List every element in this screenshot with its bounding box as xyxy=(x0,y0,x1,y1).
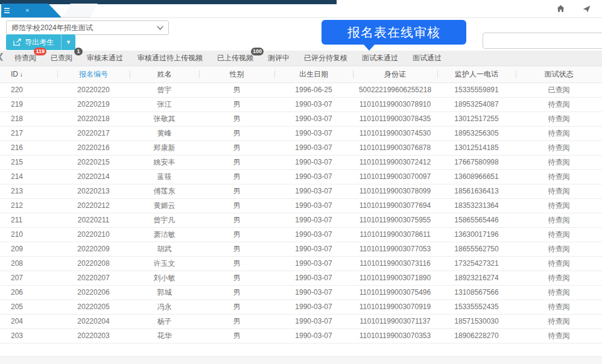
search-input[interactable] xyxy=(483,33,602,49)
tooltip-arrow-down xyxy=(364,45,375,51)
table-cell: 20220211 xyxy=(57,213,130,227)
table-row[interactable]: 21920220219张江男1990-03-071101011990030789… xyxy=(0,97,602,111)
table-cell: 220 xyxy=(0,83,57,97)
table-cell: 206 xyxy=(0,285,57,300)
column-header[interactable]: ID↓ xyxy=(0,66,57,83)
browser-tab[interactable]: × xyxy=(1,4,62,17)
table-row[interactable]: 22020220220曾宇男1996-06-255002221996062552… xyxy=(0,83,602,97)
table-cell: 18353231364 xyxy=(437,198,516,213)
chevron-down-icon xyxy=(157,26,163,30)
table-row[interactable]: 21720220217黄峰男1990-03-071101011990030745… xyxy=(0,126,602,140)
column-header[interactable]: 报名编号 xyxy=(57,66,130,83)
table-row[interactable]: 20620220206郭城男1990-03-071101011990030754… xyxy=(0,285,602,300)
table-cell: 110101199003078611 xyxy=(353,227,437,242)
export-candidates-button[interactable]: 导出考生 xyxy=(6,34,61,50)
table-row[interactable]: 20420220204杨子男1990-03-071101011990030711… xyxy=(0,314,602,328)
table-cell: 13630017196 xyxy=(437,227,516,242)
table-row[interactable]: 21420220214蓝筱男1990-03-071101011990030700… xyxy=(0,169,602,184)
table-cell: 13012517255 xyxy=(437,111,516,126)
tab-count-badge: 100 xyxy=(251,48,264,55)
status-tab-6[interactable]: 测评中 xyxy=(268,53,290,63)
send-icon[interactable] xyxy=(582,4,591,13)
table-cell: 17667580998 xyxy=(437,155,516,169)
table-cell: 1990-03-07 xyxy=(274,155,353,169)
status-tab-3[interactable]: 审核未通过 xyxy=(87,53,123,63)
table-cell: 110101199003078910 xyxy=(353,97,437,111)
table-row[interactable]: 21620220216郑康新男1990-03-07110101199003076… xyxy=(0,140,602,155)
table-cell: 姚安丰 xyxy=(130,155,199,169)
table-cell: 待查阅 xyxy=(516,155,602,169)
table-cell: 男 xyxy=(199,314,274,328)
table-row[interactable]: 20820220208许玉文男1990-03-07110101199003073… xyxy=(0,256,602,271)
table-cell: 1990-03-07 xyxy=(274,300,353,314)
table-cell: 20220212 xyxy=(57,198,130,213)
table-cell: 男 xyxy=(199,256,274,271)
table-cell: 1990-03-07 xyxy=(274,227,353,242)
table-row[interactable]: 20720220207刘小敏男1990-03-07110101199003071… xyxy=(0,271,602,285)
table-cell: 男 xyxy=(199,328,274,343)
table-cell: 待查阅 xyxy=(516,271,602,285)
table-cell: 203 xyxy=(0,328,57,343)
status-tab-9[interactable]: 面试通过 xyxy=(413,53,442,63)
table-cell: 男 xyxy=(199,140,274,155)
table-cell: 1990-03-07 xyxy=(274,314,353,328)
table-row[interactable]: 20320220203花华男1990-03-071101011990030703… xyxy=(0,328,602,343)
table-cell: 18953256305 xyxy=(437,126,516,140)
tabs-scroll-left-icon[interactable]: ❮ xyxy=(0,52,4,61)
home-icon[interactable] xyxy=(556,4,565,13)
table-row[interactable]: 21820220218张敬其男1990-03-07110101199003078… xyxy=(0,111,602,126)
table-cell: 20220217 xyxy=(57,126,130,140)
table-cell: 男 xyxy=(199,111,274,126)
table-cell: 18923216274 xyxy=(437,271,516,285)
table-row[interactable]: 20920220209胡武男1990-03-071101011990030770… xyxy=(0,242,602,256)
status-tab-5[interactable]: 已上传视频100 xyxy=(217,53,253,63)
column-header[interactable]: 面试状态 xyxy=(516,66,602,83)
table-cell: 男 xyxy=(199,271,274,285)
export-candidates-label: 导出考生 xyxy=(25,37,54,48)
column-header[interactable]: 监护人一电话 xyxy=(437,66,516,83)
table-cell: 男 xyxy=(199,83,274,97)
table-cell: 20220206 xyxy=(57,285,130,300)
status-tab-8[interactable]: 面试未通过 xyxy=(362,53,398,63)
table-cell: 杨子 xyxy=(130,314,199,328)
table-cell: 15335552435 xyxy=(437,300,516,314)
table-cell: 曾宇凡 xyxy=(130,213,199,227)
table-cell: 110101199003070097 xyxy=(353,169,437,184)
table-cell: 男 xyxy=(199,184,274,198)
inactive-tab[interactable] xyxy=(63,4,98,17)
table-cell: 1990-03-07 xyxy=(274,213,353,227)
table-row[interactable]: 21320220213傅莲东男1990-03-07110101199003078… xyxy=(0,184,602,198)
table-row[interactable]: 20520220205冯永男1990-03-071101011990030709… xyxy=(0,300,602,314)
column-header[interactable]: 性别 xyxy=(199,66,274,83)
table-cell: 男 xyxy=(199,198,274,213)
tab-count-badge: 119 xyxy=(34,48,46,55)
status-tab-2[interactable]: 已查阅1 xyxy=(51,53,72,63)
table-cell: 男 xyxy=(199,242,274,256)
column-header[interactable]: 姓名 xyxy=(130,66,199,83)
table-cell: 208 xyxy=(0,256,57,271)
table-row[interactable]: 21220220212黄媚云男1990-03-07110101199003077… xyxy=(0,198,602,213)
status-tab-4[interactable]: 审核通过待上传视频 xyxy=(138,53,203,63)
table-cell: 20220209 xyxy=(57,242,130,256)
table-cell: 209 xyxy=(0,242,57,256)
table-row[interactable]: 21520220215姚安丰男1990-03-07110101199003072… xyxy=(0,155,602,169)
table-cell: 待查阅 xyxy=(516,242,602,256)
status-tab-7[interactable]: 已评分待复核 xyxy=(304,53,347,63)
table-cell: 18571530030 xyxy=(437,314,516,328)
exam-project-select[interactable]: 师范学校2024年招生面试 xyxy=(6,20,169,35)
sort-desc-icon[interactable]: ↓ xyxy=(20,71,23,78)
table-cell: 20220205 xyxy=(57,300,130,314)
table-cell: 冯永 xyxy=(130,300,199,314)
export-dropdown-caret[interactable]: ▼ xyxy=(61,34,75,50)
window-top-strip xyxy=(0,0,337,4)
column-header[interactable]: 出生日期 xyxy=(274,66,353,83)
table-row[interactable]: 21020220210萧洁敏男1990-03-07110101199003078… xyxy=(0,227,602,242)
table-cell: 待查阅 xyxy=(516,97,602,111)
status-tab-1[interactable]: 待查阅119 xyxy=(14,53,36,63)
table-row[interactable]: 21120220211曾宇凡男1990-03-07110101199003075… xyxy=(0,213,602,227)
table-cell: 18953254087 xyxy=(437,97,516,111)
tab-close-icon[interactable]: × xyxy=(25,7,29,14)
table-cell: 217 xyxy=(0,126,57,140)
table-cell: 1990-03-07 xyxy=(274,111,353,126)
column-header[interactable]: 身份证 xyxy=(353,66,437,83)
